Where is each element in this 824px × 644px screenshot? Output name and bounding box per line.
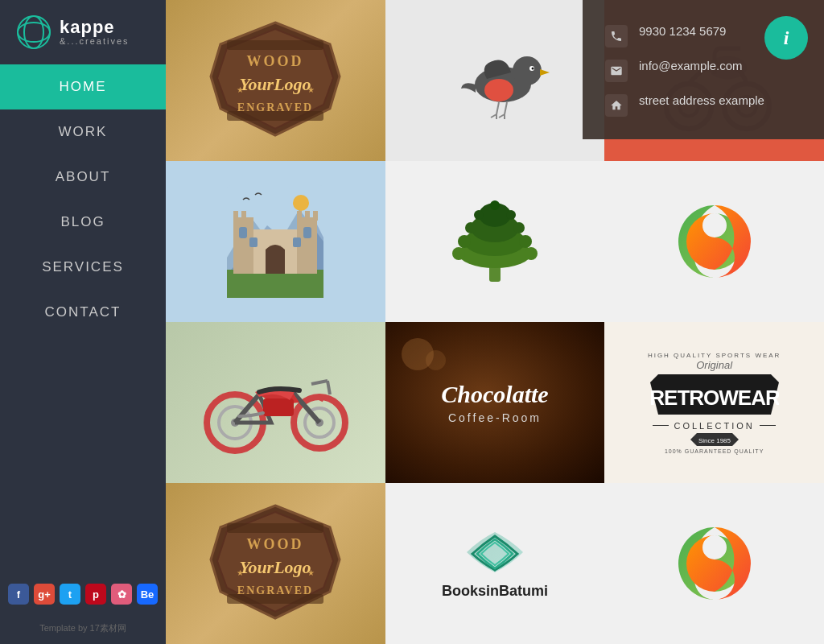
- logo-text: kappe &...creatives: [60, 19, 130, 46]
- coffee-subtitle: Coffee-Room: [448, 411, 542, 424]
- svg-rect-33: [233, 211, 238, 221]
- nav-item-contact[interactable]: CONTACT: [0, 290, 166, 335]
- svg-point-48: [452, 247, 465, 260]
- spiral-logo-svg: [674, 201, 755, 282]
- logo-area: kappe &...creatives: [0, 0, 166, 64]
- svg-rect-29: [227, 270, 323, 298]
- pinterest-icon[interactable]: p: [85, 584, 106, 605]
- svg-point-50: [458, 235, 471, 248]
- email-address: info@example.com: [639, 59, 743, 72]
- svg-point-42: [293, 195, 309, 211]
- address-icon: [605, 94, 628, 117]
- grid-cell-wood-logo[interactable]: WOOD YourLogo ENGRAVED ★ ★: [166, 0, 385, 161]
- svg-rect-40: [249, 237, 258, 247]
- svg-rect-37: [313, 211, 318, 221]
- svg-point-11: [484, 79, 513, 101]
- grid-cell-coffee[interactable]: Chocolatte Coffee-Room: [385, 322, 605, 483]
- svg-rect-35: [297, 211, 302, 221]
- books-content: BooksinBatumi: [442, 528, 548, 600]
- svg-line-64: [311, 381, 328, 384]
- wood-logo-svg: WOOD YourLogo ENGRAVED ★ ★: [195, 16, 356, 145]
- grid-cell-spiral2[interactable]: [604, 483, 824, 644]
- svg-point-54: [474, 210, 484, 220]
- grid-cell-castle[interactable]: [166, 161, 385, 322]
- svg-line-16: [505, 102, 507, 114]
- logo-icon: [16, 14, 52, 50]
- circle-icon[interactable]: ✿: [111, 584, 132, 605]
- svg-rect-41: [293, 237, 301, 247]
- grid-cell-spiral[interactable]: [604, 161, 824, 322]
- google-icon[interactable]: g+: [34, 584, 55, 605]
- nav-item-home[interactable]: HOME: [0, 64, 166, 109]
- main-content: i 9930 1234 5679 info@example.com street…: [166, 0, 824, 644]
- grid-cell-books[interactable]: BooksinBatumi: [385, 483, 605, 644]
- phone-number: 9930 1234 5679: [639, 24, 726, 38]
- svg-text:★: ★: [307, 85, 315, 94]
- svg-rect-63: [263, 398, 294, 416]
- template-credit: Template by 17素材网: [0, 617, 166, 644]
- svg-rect-39: [303, 227, 311, 238]
- svg-point-51: [519, 235, 532, 248]
- svg-point-12: [513, 56, 542, 85]
- svg-point-2: [18, 23, 50, 42]
- svg-rect-34: [241, 211, 246, 221]
- svg-text:YourLogo: YourLogo: [240, 74, 311, 94]
- social-icons: f g+ t p ✿ Be: [0, 571, 166, 617]
- castle-logo-svg: [227, 185, 323, 298]
- grid-cell-wood-logo2[interactable]: WOOD YourLogo ENGRAVED ★ ★: [166, 483, 385, 644]
- facebook-icon[interactable]: f: [8, 584, 29, 605]
- coffee-brand-name: Chocolatte: [441, 381, 548, 408]
- svg-line-19: [499, 114, 505, 118]
- svg-line-65: [328, 381, 330, 394]
- tree-logo-svg: [451, 197, 539, 286]
- svg-point-14: [531, 68, 534, 70]
- books-waves-svg: [455, 528, 535, 576]
- contact-email-row: info@example.com: [605, 59, 801, 82]
- svg-rect-68: [227, 523, 323, 533]
- logo-tagline: &...creatives: [60, 36, 130, 46]
- grid-cell-motorcycle[interactable]: [166, 322, 385, 483]
- svg-rect-36: [305, 211, 310, 221]
- svg-rect-38: [239, 227, 247, 238]
- svg-rect-3: [227, 40, 323, 50]
- svg-line-15: [496, 102, 499, 114]
- retrowear-content: HIGH QUALITY SPORTS WEAR Original RETROW…: [648, 352, 781, 454]
- contact-address-row: street address example: [605, 93, 801, 117]
- main-nav: HOME WORK ABOUT BLOG SERVICES CONTACT: [0, 64, 166, 571]
- svg-text:★: ★: [237, 85, 244, 94]
- svg-text:Since 1985: Since 1985: [698, 437, 731, 444]
- svg-point-56: [490, 200, 500, 210]
- svg-text:ENGRAVED: ENGRAVED: [237, 101, 313, 114]
- grid-cell-retrowear[interactable]: HIGH QUALITY SPORTS WEAR Original RETROW…: [604, 322, 824, 483]
- twitter-icon[interactable]: t: [60, 584, 80, 605]
- wood-logo2-svg: WOOD YourLogo ENGRAVED ★ ★: [195, 499, 356, 628]
- svg-text:RETROWEAR: RETROWEAR: [650, 386, 779, 410]
- grid-cell-tree[interactable]: [385, 161, 605, 322]
- grid-cell-bird[interactable]: [385, 0, 605, 161]
- svg-text:★: ★: [237, 568, 244, 577]
- svg-text:WOOD: WOOD: [247, 53, 304, 69]
- svg-text:YourLogo: YourLogo: [240, 557, 311, 577]
- nav-item-about[interactable]: ABOUT: [0, 155, 166, 200]
- phone-icon: [605, 25, 628, 47]
- svg-point-1: [24, 16, 43, 48]
- behance-icon[interactable]: Be: [137, 584, 158, 605]
- info-button[interactable]: i: [764, 16, 808, 60]
- svg-line-17: [491, 114, 496, 118]
- svg-text:WOOD: WOOD: [247, 536, 304, 552]
- books-brand-name: BooksinBatumi: [442, 583, 548, 600]
- svg-point-53: [513, 222, 525, 233]
- bird-logo-svg: [439, 32, 551, 129]
- nav-item-blog[interactable]: BLOG: [0, 200, 166, 245]
- nav-item-work[interactable]: WORK: [0, 109, 166, 155]
- svg-point-49: [525, 247, 538, 260]
- svg-text:ENGRAVED: ENGRAVED: [237, 584, 313, 597]
- spiral2-logo-svg: [674, 523, 755, 604]
- sidebar: kappe &...creatives HOME WORK ABOUT BLOG…: [0, 0, 166, 644]
- svg-point-0: [18, 16, 50, 48]
- svg-text:★: ★: [307, 568, 315, 577]
- motorcycle-logo-svg: [195, 350, 356, 455]
- nav-item-services[interactable]: SERVICES: [0, 245, 166, 290]
- svg-point-55: [506, 210, 516, 220]
- email-icon: [605, 60, 628, 82]
